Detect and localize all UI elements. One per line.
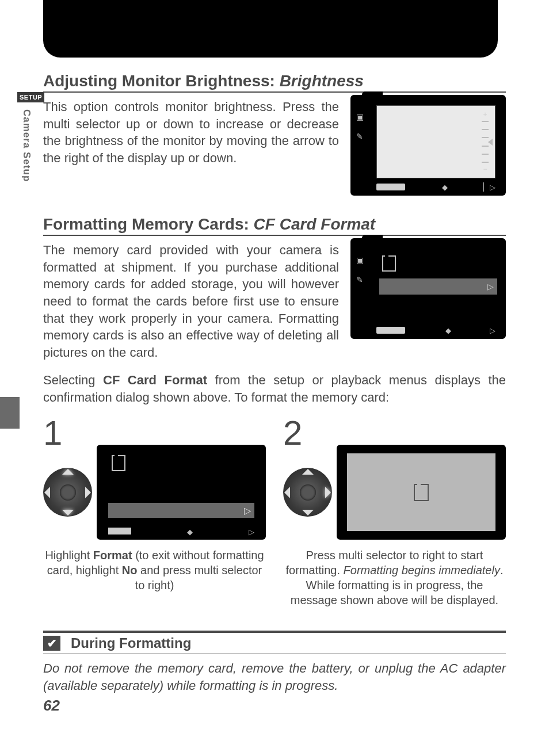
triangle-right-icon: ▷ [249, 528, 254, 536]
triangle-right-icon: ▷ [487, 282, 494, 291]
step2-caption: Press multi selector to right to start f… [283, 548, 506, 608]
multi-selector-icon [43, 468, 92, 517]
section2-body2: Selecting CF Card Format from the setup … [43, 372, 506, 406]
manual-page: SETUP Camera Setup Adjusting Monitor Bri… [0, 0, 549, 756]
format-screen: ▣ ✎ ▷ ◆ ▷ [350, 238, 506, 339]
card-icon [112, 455, 125, 471]
section2-title-prefix: Formatting Memory Cards: [43, 215, 254, 233]
wrench-icon: ✎ [356, 132, 364, 141]
brightness-scale: + − [479, 110, 491, 173]
section1-title-prefix: Adjusting Monitor Brightness: [43, 72, 280, 90]
screen-side-icons-2: ▣ ✎ [356, 255, 364, 284]
warning-title: During Formatting [71, 635, 191, 651]
emphasis-text: Formatting begins immediately [344, 564, 500, 576]
screen-side-icons: ▣ ✎ [356, 112, 364, 141]
format-term: Format [93, 549, 132, 562]
text-fragment: Highlight [45, 549, 93, 562]
multi-selector-icon [283, 468, 332, 517]
step-1: 1 ▷ [43, 416, 266, 608]
updown-indicator: ◆ [445, 326, 450, 335]
triangle-right-icon: ▷ [490, 183, 495, 192]
formatting-message-area [347, 453, 495, 531]
plus-icon: + [483, 110, 487, 119]
format-option-row: ▷ [379, 278, 497, 295]
card-icon [414, 484, 429, 501]
triangle-right-icon: ▷ [490, 326, 495, 335]
section1-body: This option controls monitor brightness.… [43, 98, 339, 167]
section2-heading: Formatting Memory Cards: CF Card Format [43, 215, 506, 236]
brightness-screen: ▣ ✎ + − [350, 95, 506, 196]
step2-screen [337, 445, 506, 540]
step1-screen: ▷ ◆ ▷ [97, 445, 266, 540]
text-fragment: and press multi selector to right) [135, 564, 262, 591]
section2-title-emphasis: CF Card Format [254, 215, 376, 233]
minus-icon: − [483, 165, 487, 173]
section2-body: The memory card provided with your camer… [43, 242, 339, 361]
warning-icon: ✔ [43, 636, 60, 651]
triangle-right-icon: ▷ [244, 505, 251, 516]
wrench-icon: ✎ [356, 275, 364, 284]
card-icon [382, 255, 396, 272]
section1-heading: Adjusting Monitor Brightness: Brightness [43, 72, 506, 93]
step-2: 2 [283, 416, 506, 608]
warning-body: Do not remove the memory card, remove th… [43, 660, 506, 694]
updown-indicator: ◆ [187, 528, 193, 536]
updown-indicator: ◆ [442, 183, 447, 192]
cf-card-format-term: CF Card Format [103, 373, 207, 387]
no-term: No [122, 564, 138, 576]
warning-block: ✔ During Formatting Do not remove the me… [43, 631, 506, 694]
thumb-tab [0, 397, 20, 429]
setup-tag: SETUP [17, 92, 44, 102]
section1-title-emphasis: Brightness [280, 72, 364, 90]
page-number: 62 [43, 697, 506, 715]
text-fragment: Selecting [43, 373, 103, 387]
camera-icon: ▣ [356, 112, 364, 121]
camera-icon: ▣ [356, 255, 364, 265]
format-option-row: ▷ [108, 503, 254, 518]
step1-caption: Highlight Format (to exit without format… [43, 548, 266, 593]
header-black-tab [43, 0, 498, 58]
format-steps: 1 ▷ [43, 416, 506, 608]
section-vertical-label: Camera Setup [21, 109, 32, 182]
brightness-pointer [488, 139, 493, 146]
